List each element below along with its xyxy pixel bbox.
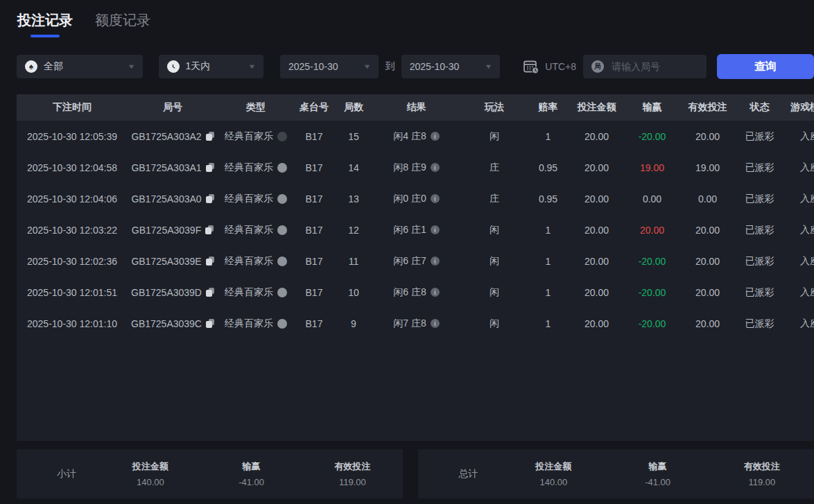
game-type: 经典百家乐 — [225, 130, 273, 143]
info-icon[interactable]: i — [431, 288, 440, 297]
play-type: 庄 — [460, 183, 529, 214]
table-row[interactable]: 2025-10-30 12:02:36 GB1725A3039E 经典百家乐 B… — [17, 245, 814, 277]
info-icon[interactable]: i — [431, 132, 440, 141]
table-number: B17 — [294, 214, 334, 245]
status-badge: 已派彩 — [737, 183, 782, 214]
col-status: 状态 — [737, 94, 782, 121]
odds: 0.95 — [529, 152, 567, 183]
game-type: 经典百家乐 — [225, 255, 273, 268]
game-type: 经典百家乐 — [225, 162, 273, 174]
copy-icon[interactable] — [206, 163, 214, 172]
table-number: B17 — [294, 277, 334, 308]
replay-dot-icon[interactable] — [277, 225, 287, 235]
replay-dot-icon[interactable] — [277, 194, 287, 204]
bet-time: 2025-10-30 12:04:58 — [17, 152, 128, 183]
status-badge: 已派彩 — [737, 277, 782, 308]
query-button[interactable]: 查询 — [717, 54, 814, 79]
info-icon[interactable]: i — [431, 257, 440, 266]
win-loss: -20.00 — [626, 121, 678, 152]
tab-quota-records[interactable]: 额度记录 — [95, 11, 150, 30]
info-icon[interactable]: i — [431, 319, 440, 328]
win-loss: 0.00 — [626, 183, 678, 214]
round-id-cell: GB1725A3039D — [128, 277, 218, 308]
table-header: 下注时间 局号 类型 桌台号 局数 结果 玩法 赔率 投注金额 输赢 有效投注 … — [17, 94, 814, 121]
copy-icon[interactable] — [206, 194, 214, 203]
bet-time: 2025-10-30 12:05:39 — [17, 121, 128, 152]
valid-bet: 20.00 — [678, 121, 737, 152]
round-id: GB1725A3039D — [131, 287, 202, 298]
replay-dot-icon[interactable] — [277, 319, 287, 329]
round-id-cell: GB1725A3039C — [128, 308, 218, 339]
game-type-cell: 经典百家乐 — [218, 245, 294, 277]
table-row[interactable]: 2025-10-30 12:05:39 GB1725A303A2 经典百家乐 B… — [17, 121, 814, 152]
game-mode: 入座 — [782, 152, 814, 183]
result-cell: 闲4 庄8 i — [373, 121, 460, 152]
game-type: 经典百家乐 — [225, 193, 273, 205]
bet-time: 2025-10-30 12:01:10 — [17, 308, 128, 339]
round-search-input[interactable] — [610, 60, 703, 73]
chevron-down-icon: ▼ — [485, 63, 493, 70]
valid-bet: 20.00 — [678, 245, 737, 277]
round-id-cell: GB1725A303A2 — [128, 121, 218, 152]
win-loss: -20.00 — [626, 277, 678, 308]
replay-dot-icon[interactable] — [277, 163, 287, 173]
round-id-cell: GB1725A303A0 — [128, 183, 218, 214]
filter-bar: ♠ 全部 ▼ 1天内 ▼ 2025-10-30 ▼ 到 2025-10-30 ▼ — [17, 55, 814, 78]
table-row[interactable]: 2025-10-30 12:01:10 GB1725A3039C 经典百家乐 B… — [17, 308, 814, 339]
valid-bet: 0.00 — [678, 183, 737, 214]
subtotal-label: 小计 — [17, 468, 100, 480]
result-value: 闲8 庄9 — [393, 162, 426, 174]
copy-icon[interactable] — [206, 132, 214, 141]
info-icon[interactable]: i — [431, 225, 440, 234]
game-type-select[interactable]: ♠ 全部 ▼ — [17, 55, 143, 78]
bet-time: 2025-10-30 12:04:06 — [17, 183, 128, 214]
round-id: GB1725A303A0 — [131, 193, 201, 205]
col-table-no: 桌台号 — [294, 94, 334, 121]
round-number: 14 — [334, 152, 373, 183]
bet-amount: 20.00 — [567, 183, 626, 214]
game-mode: 入座 — [782, 245, 814, 277]
copy-icon[interactable] — [205, 225, 214, 234]
table-row[interactable]: 2025-10-30 12:01:51 GB1725A3039D 经典百家乐 B… — [17, 277, 814, 308]
col-bet-time: 下注时间 — [17, 94, 128, 121]
replay-dot-icon[interactable] — [277, 288, 287, 297]
game-mode: 入座 — [782, 183, 814, 214]
play-type: 庄 — [460, 152, 529, 183]
time-range-select[interactable]: 1天内 ▼ — [159, 55, 263, 78]
round-number: 10 — [334, 277, 373, 308]
replay-dot-icon[interactable] — [277, 132, 287, 141]
bet-time: 2025-10-30 12:01:51 — [17, 277, 128, 308]
info-icon[interactable]: i — [431, 163, 440, 172]
col-game-mode: 游戏模式 — [782, 94, 814, 121]
result-cell: 闲6 庄7 i — [373, 245, 460, 277]
bet-amount: 20.00 — [567, 245, 626, 277]
date-to-select[interactable]: 2025-10-30 ▼ — [401, 55, 501, 78]
col-round-id: 局号 — [128, 94, 218, 121]
status-badge: 已派彩 — [737, 245, 782, 277]
table-row[interactable]: 2025-10-30 12:04:58 GB1725A303A1 经典百家乐 B… — [17, 152, 814, 183]
odds: 0.95 — [529, 183, 567, 214]
col-win-loss: 输赢 — [626, 94, 678, 121]
total-label: 总计 — [418, 468, 501, 480]
table-row[interactable]: 2025-10-30 12:03:22 GB1725A3039F 经典百家乐 B… — [17, 214, 814, 245]
spade-icon: ♠ — [25, 60, 37, 73]
tab-bet-records[interactable]: 投注记录 — [17, 11, 73, 37]
table-row[interactable]: 2025-10-30 12:04:06 GB1725A303A0 经典百家乐 B… — [17, 183, 814, 214]
total-bet-amount: 投注金额 140.00 — [501, 460, 605, 487]
round-search-field[interactable]: 局 — [583, 55, 707, 78]
replay-dot-icon[interactable] — [277, 257, 287, 266]
result-value: 闲7 庄8 — [393, 318, 426, 330]
odds: 1 — [529, 277, 567, 308]
date-to-label: 到 — [386, 60, 395, 73]
result-value: 闲0 庄0 — [393, 193, 426, 205]
copy-icon[interactable] — [206, 319, 214, 328]
chevron-down-icon: ▼ — [248, 63, 256, 70]
copy-icon[interactable] — [206, 257, 214, 266]
result-cell: 闲6 庄8 i — [373, 277, 460, 308]
valid-bet: 20.00 — [678, 277, 737, 308]
table-number: B17 — [294, 121, 334, 152]
copy-icon[interactable] — [206, 288, 214, 297]
info-icon[interactable]: i — [431, 194, 440, 203]
date-from-select[interactable]: 2025-10-30 ▼ — [280, 55, 379, 78]
bet-amount: 20.00 — [567, 121, 626, 152]
